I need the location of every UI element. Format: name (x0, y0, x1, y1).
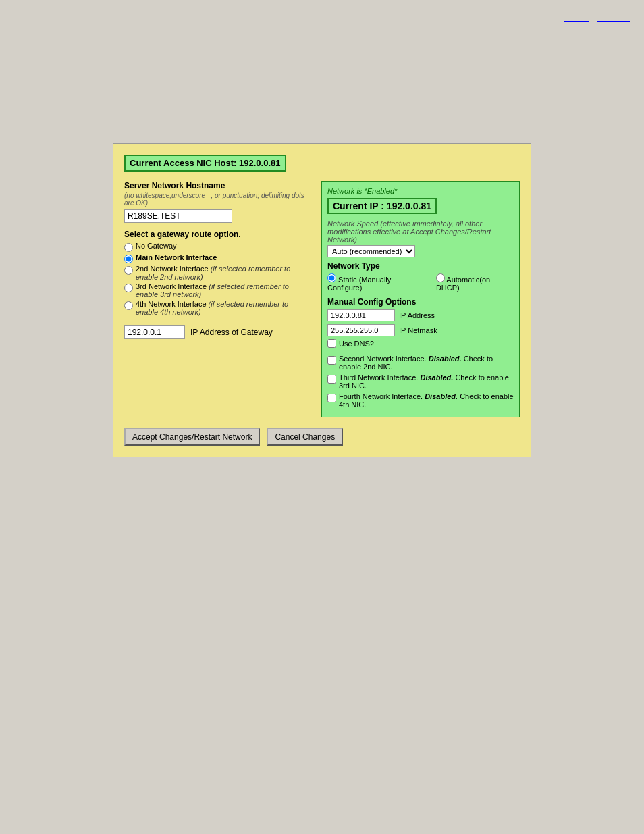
page-wrapper: ______ ________ Current Access NIC Host:… (0, 0, 644, 834)
netmask-row: IP Netmask (327, 324, 514, 336)
radio-2nd-network: 2nd Network Interface (if selected remem… (124, 265, 311, 281)
nic-second-checkbox[interactable] (327, 356, 336, 365)
ip-address-input[interactable] (327, 309, 395, 321)
nic-third-row: Third Network Interface. Disabled. Check… (327, 373, 514, 390)
radio-main-network-label: Main Network Interface (136, 253, 217, 261)
button-row: Accept Changes/Restart Network Cancel Ch… (124, 428, 520, 446)
main-panel: Current Access NIC Host: 192.0.0.81 Serv… (113, 143, 531, 457)
ip-address-row: IP Address (327, 309, 514, 321)
radio-4th-network-input[interactable] (124, 301, 133, 310)
gateway-ip-label: IP Address of Gateway (190, 328, 273, 337)
radio-static-group: Static (Manually Configure) (327, 273, 425, 292)
radio-3rd-network-input[interactable] (124, 284, 133, 292)
current-ip-box: Current IP : 192.0.0.81 (327, 198, 514, 219)
two-column-layout: Server Network Hostname (no whitespace,u… (124, 181, 520, 417)
radio-main-network-input[interactable] (124, 255, 133, 263)
radio-2nd-network-label: 2nd Network Interface (if selected remem… (136, 265, 311, 281)
bottom-link-section: _______________ (14, 484, 630, 492)
radio-3rd-network-label: 3rd Network Interface (if selected remem… (136, 282, 311, 298)
radio-auto-input[interactable] (436, 273, 445, 282)
radio-no-gateway: No Gateway (124, 242, 311, 252)
nic-fourth-row: Fourth Network Interface. Disabled. Chec… (327, 392, 514, 409)
radio-main-network: Main Network Interface (124, 253, 311, 263)
netmask-label: IP Netmask (399, 326, 437, 334)
hostname-input[interactable] (124, 209, 232, 223)
gateway-section-label: Select a gateway route option. (124, 230, 311, 239)
nic-third-label: Third Network Interface. Disabled. Check… (339, 373, 514, 390)
manual-config-label: Manual Config Options (327, 297, 514, 307)
gateway-ip-row: IP Address of Gateway (124, 325, 311, 339)
hostname-hint: (no whitespace,underscore _, or punctuat… (124, 192, 311, 207)
radio-2nd-network-input[interactable] (124, 266, 133, 275)
radio-3rd-network: 3rd Network Interface (if selected remem… (124, 282, 311, 298)
nic-second-row: Second Network Interface. Disabled. Chec… (327, 355, 514, 371)
network-type-label: Network Type (327, 261, 514, 271)
radio-no-gateway-label: No Gateway (136, 242, 177, 250)
nic-fourth-checkbox[interactable] (327, 394, 336, 402)
top-link-2[interactable]: ________ (597, 14, 630, 22)
speed-select[interactable]: Auto (recommended) 10 Mbps Half 10 Mbps … (327, 245, 415, 257)
left-column: Server Network Hostname (no whitespace,u… (124, 181, 311, 417)
nic-third-checkbox[interactable] (327, 375, 336, 384)
radio-no-gateway-input[interactable] (124, 243, 133, 252)
hostname-label: Server Network Hostname (124, 181, 311, 190)
ip-address-label: IP Address (399, 311, 435, 319)
radio-auto-group: Automatic(on DHCP) (436, 273, 514, 292)
accept-button[interactable]: Accept Changes/Restart Network (124, 428, 260, 446)
gateway-ip-input[interactable] (124, 325, 185, 339)
panel-title: Current Access NIC Host: 192.0.0.81 (124, 155, 520, 181)
nic-section: Second Network Interface. Disabled. Chec… (327, 355, 514, 409)
nic-second-label: Second Network Interface. Disabled. Chec… (339, 355, 514, 371)
top-link-1[interactable]: ______ (564, 14, 589, 22)
cancel-button[interactable]: Cancel Changes (267, 428, 343, 446)
radio-4th-network-label: 4th Network Interface (if selected remem… (136, 300, 311, 316)
network-enabled-label: Network is *Enabled* (327, 187, 514, 195)
speed-label: Network Speed (effective immediately, al… (327, 219, 514, 244)
dns-row: Use DNS? (327, 339, 514, 348)
right-column: Network is *Enabled* Current IP : 192.0.… (321, 181, 520, 417)
top-links: ______ ________ (14, 14, 630, 22)
bottom-link[interactable]: _______________ (291, 484, 353, 492)
nic-fourth-label: Fourth Network Interface. Disabled. Chec… (339, 392, 514, 409)
radio-4th-network: 4th Network Interface (if selected remem… (124, 300, 311, 316)
radio-static-label: Static (Manually Configure) (327, 276, 391, 292)
netmask-input[interactable] (327, 324, 395, 336)
dns-label: Use DNS? (339, 340, 374, 348)
dns-checkbox[interactable] (327, 339, 336, 348)
radio-static-input[interactable] (327, 273, 336, 282)
network-type-row: Static (Manually Configure) Automatic(on… (327, 273, 514, 292)
